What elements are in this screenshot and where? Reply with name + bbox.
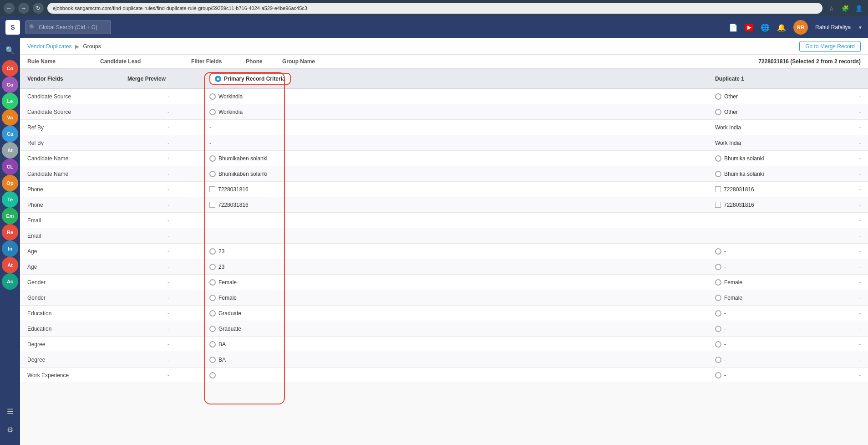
cell-action: - <box>843 202 861 208</box>
primary-radio-unselected[interactable] <box>209 155 216 162</box>
primary-radio-unselected[interactable] <box>209 372 216 379</box>
breadcrumb-separator: ▶ <box>75 43 79 50</box>
primary-radio-unselected[interactable] <box>209 279 216 286</box>
dup-checkbox[interactable] <box>715 202 721 208</box>
sidebar-item-co1[interactable]: Co <box>2 60 18 77</box>
primary-radio-unselected[interactable] <box>209 357 216 363</box>
account-icon[interactable]: 👤 <box>853 3 864 14</box>
table-row: Work Experience--- <box>20 368 868 383</box>
sidebar-item-ca[interactable]: Ca <box>2 126 18 142</box>
user-avatar[interactable]: RR <box>793 20 808 35</box>
sidebar-menu-icon[interactable]: ☰ <box>2 403 18 419</box>
cell-primary-record: Graduate <box>209 326 715 332</box>
primary-value: - <box>209 140 211 146</box>
cell-merge-preview: - <box>127 264 209 270</box>
table-container: Vendor Fields Merge Preview Primary Reco… <box>20 69 868 445</box>
cell-duplicate1: - <box>715 357 843 363</box>
notification-icon[interactable]: 🔔 <box>777 23 786 32</box>
nav-refresh-button[interactable]: ↻ <box>33 3 44 14</box>
sidebar-item-va[interactable]: Va <box>2 109 18 126</box>
dup-radio-unselected[interactable] <box>715 279 721 286</box>
sidebar-item-re[interactable]: Re <box>2 224 18 240</box>
sidebar-item-em[interactable]: Em <box>2 208 18 224</box>
user-name[interactable]: Rahul Rafaliya <box>815 24 851 31</box>
primary-radio-unselected[interactable] <box>209 109 216 115</box>
primary-checkbox[interactable] <box>209 202 215 208</box>
sidebar-item-cl[interactable]: CL <box>2 159 18 175</box>
cell-duplicate1: Other <box>715 109 843 115</box>
sidebar-item-op[interactable]: Op <box>2 175 18 191</box>
table-row: Gender-FemaleFemale- <box>20 275 868 290</box>
dup-checkbox[interactable] <box>715 186 721 192</box>
browser-icons: ☆ 🧩 👤 <box>826 3 864 14</box>
sidebar-item-co2[interactable]: Co <box>2 77 18 93</box>
primary-record-radio[interactable] <box>215 76 221 82</box>
dup-radio-unselected[interactable] <box>715 372 721 379</box>
primary-value: Graduate <box>218 310 241 317</box>
primary-radio-unselected[interactable] <box>209 264 216 270</box>
dup-radio-unselected[interactable] <box>715 155 721 162</box>
cell-duplicate1: Female <box>715 295 843 301</box>
nav-back-button[interactable]: ← <box>4 3 15 14</box>
global-search-input[interactable] <box>25 20 111 34</box>
go-to-merge-button[interactable]: Go to Merge Record <box>799 41 861 52</box>
col-candidate-lead: Candidate Lead <box>100 58 191 65</box>
dup-value: Other <box>724 109 738 115</box>
cell-duplicate1: Other <box>715 93 843 100</box>
url-bar[interactable] <box>47 3 822 14</box>
cell-action: - <box>843 155 861 162</box>
nav-forward-button[interactable]: → <box>18 3 29 14</box>
table-row: Gender-FemaleFemale- <box>20 290 868 306</box>
cell-action: - <box>843 326 861 332</box>
dup-radio-unselected[interactable] <box>715 295 721 301</box>
sidebar-item-at2[interactable]: At <box>2 257 18 273</box>
dup-radio-unselected[interactable] <box>715 171 721 177</box>
cell-action: - <box>843 341 861 348</box>
primary-radio-unselected[interactable] <box>209 310 216 317</box>
primary-value: - <box>209 124 211 131</box>
sidebar-item-le[interactable]: Le <box>2 93 18 109</box>
globe-icon[interactable]: 🌐 <box>761 23 770 32</box>
cell-action: - <box>843 140 861 146</box>
primary-radio-unselected[interactable] <box>209 341 216 348</box>
sidebar-item-at[interactable]: At <box>2 142 18 159</box>
cell-action: - <box>843 264 861 270</box>
dup-radio-unselected[interactable] <box>715 93 721 100</box>
primary-radio-unselected[interactable] <box>209 248 216 255</box>
dup-radio-unselected[interactable] <box>715 310 721 317</box>
cell-primary-record: 7228031816 <box>209 202 715 208</box>
breadcrumb-parent[interactable]: Vendor Duplicates <box>27 43 71 50</box>
sidebar-item-ac[interactable]: Ac <box>2 273 18 290</box>
th-merge-preview: Merge Preview <box>127 76 209 82</box>
dup-value: - <box>724 326 726 332</box>
dup-radio-unselected[interactable] <box>715 357 721 363</box>
dup-value: - <box>724 372 726 379</box>
search-icon: 🔍 <box>29 24 36 31</box>
primary-radio-unselected[interactable] <box>209 295 216 301</box>
dup-radio-unselected[interactable] <box>715 248 721 255</box>
dup-radio-unselected[interactable] <box>715 341 721 348</box>
user-menu-chevron[interactable]: ▼ <box>858 25 863 30</box>
youtube-icon[interactable]: ▶ <box>745 24 753 31</box>
sidebar-search[interactable]: 🔍 <box>2 42 18 58</box>
document-icon[interactable]: 📄 <box>729 23 738 32</box>
sidebar-item-te[interactable]: Te <box>2 191 18 208</box>
star-icon[interactable]: ☆ <box>826 3 837 14</box>
dup-radio-unselected[interactable] <box>715 264 721 270</box>
dup-radio-unselected[interactable] <box>715 326 721 332</box>
sidebar-item-in[interactable]: In <box>2 240 18 257</box>
dup-radio-unselected[interactable] <box>715 109 721 115</box>
primary-radio-unselected[interactable] <box>209 93 216 100</box>
cell-primary-record: Female <box>209 295 715 301</box>
primary-radio-unselected[interactable] <box>209 326 216 332</box>
dup-value: Work India <box>715 140 741 146</box>
extension-icon[interactable]: 🧩 <box>840 3 851 14</box>
dup-value: - <box>724 310 726 317</box>
main-layout: 🔍 CoCoLeVaCaAtCLOpTeEmReInAtAc ☰ ⚙ Vendo… <box>0 38 868 445</box>
browser-bar: ← → ↻ ☆ 🧩 👤 <box>0 0 868 16</box>
sidebar-settings-icon[interactable]: ⚙ <box>2 421 18 438</box>
primary-radio-unselected[interactable] <box>209 171 216 177</box>
primary-checkbox[interactable] <box>209 186 215 192</box>
cell-vendor-field: Education <box>27 326 127 332</box>
cell-duplicate1: - <box>715 310 843 317</box>
